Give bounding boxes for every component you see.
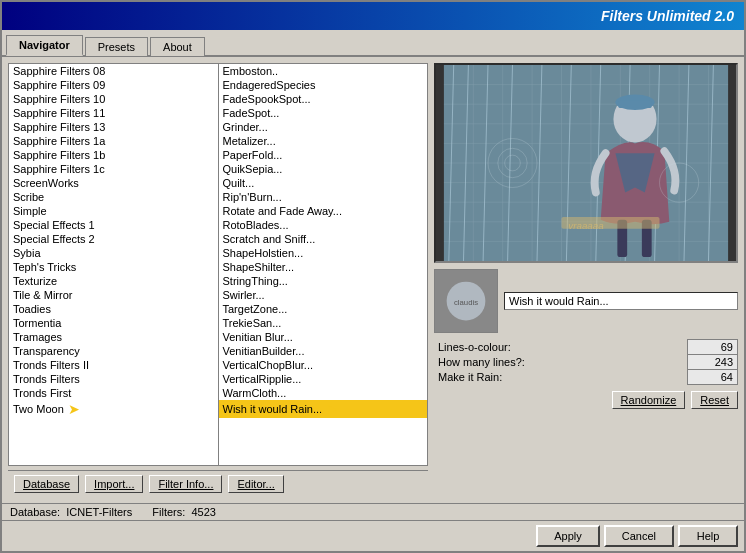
list-item[interactable]: Grinder... (219, 120, 428, 134)
help-button[interactable]: Help (678, 525, 738, 547)
database-value: ICNET-Filters (66, 506, 132, 518)
list-item[interactable]: WarmCloth... (219, 386, 428, 400)
dialog-buttons: Apply Cancel Help (2, 520, 744, 551)
list-item[interactable]: VerticalChopBlur... (219, 358, 428, 372)
list-item[interactable]: EndageredSpecies (219, 78, 428, 92)
category-list-container: Sapphire Filters 08 Sapphire Filters 09 … (9, 64, 219, 465)
filters-value: 4523 (191, 506, 215, 518)
tab-about[interactable]: About (150, 37, 205, 56)
list-item[interactable]: ShapeHolstien... (219, 246, 428, 260)
cancel-button[interactable]: Cancel (604, 525, 674, 547)
param-label: How many lines?: (434, 355, 688, 370)
preview-thumbnail: claudis (434, 269, 498, 333)
list-item[interactable]: Special Effects 1 (9, 218, 218, 232)
list-item[interactable]: Sapphire Filters 1a (9, 134, 218, 148)
param-value: 243 (688, 355, 738, 370)
randomize-button[interactable]: Randomize (612, 391, 686, 409)
filters-label: Filters: (152, 506, 185, 518)
param-row: Make it Rain: 64 (434, 370, 738, 385)
list-item[interactable]: FadeSpot... (219, 106, 428, 120)
preview-image: vraaaaa (434, 63, 738, 263)
title-bar: Filters Unlimited 2.0 (2, 2, 744, 30)
list-item[interactable]: Sapphire Filters 08 (9, 64, 218, 78)
list-item[interactable]: Rip'n'Burn... (219, 190, 428, 204)
apply-button[interactable]: Apply (536, 525, 600, 547)
lists-row: Sapphire Filters 08 Sapphire Filters 09 … (8, 63, 428, 466)
list-item[interactable]: Scribe (9, 190, 218, 204)
list-item[interactable]: Two Moon ➤ (9, 400, 218, 418)
right-panel: vraaaaa claudis Wish it would Rain... Li… (434, 63, 738, 497)
list-item[interactable]: Sapphire Filters 10 (9, 92, 218, 106)
list-item[interactable]: Texturize (9, 274, 218, 288)
main-content: Sapphire Filters 08 Sapphire Filters 09 … (2, 57, 744, 503)
title-text: Filters Unlimited 2.0 (601, 8, 734, 24)
list-item[interactable]: Sapphire Filters 11 (9, 106, 218, 120)
list-item[interactable]: Special Effects 2 (9, 232, 218, 246)
list-item[interactable]: Sybia (9, 246, 218, 260)
status-bar: Database: ICNET-Filters Filters: 4523 (2, 503, 744, 520)
database-status: Database: ICNET-Filters (10, 506, 132, 518)
list-item[interactable]: Quilt... (219, 176, 428, 190)
list-item[interactable]: Tormentia (9, 316, 218, 330)
list-item[interactable]: Rotate and Fade Away... (219, 204, 428, 218)
database-button[interactable]: Database (14, 475, 79, 493)
category-list[interactable]: Sapphire Filters 08 Sapphire Filters 09 … (9, 64, 218, 465)
param-row: Lines-o-colour: 69 (434, 340, 738, 355)
list-item[interactable]: Sapphire Filters 09 (9, 78, 218, 92)
list-item[interactable]: StringThing... (219, 274, 428, 288)
arrow-right-icon: ➤ (68, 401, 80, 417)
list-item[interactable]: ScreenWorks (9, 176, 218, 190)
param-value: 64 (688, 370, 738, 385)
list-item[interactable]: PaperFold... (219, 148, 428, 162)
list-item[interactable]: Swirler... (219, 288, 428, 302)
list-item[interactable]: Tronds First (9, 386, 218, 400)
bottom-toolbar: Database Import... Filter Info... Editor… (8, 470, 428, 497)
filters-status: Filters: 4523 (152, 506, 216, 518)
filter-list[interactable]: Emboston.. EndageredSpecies FadeSpookSpo… (219, 64, 428, 465)
param-label: Make it Rain: (434, 370, 688, 385)
list-item[interactable]: TargetZone... (219, 302, 428, 316)
tab-navigator[interactable]: Navigator (6, 35, 83, 56)
list-item[interactable]: Metalizer... (219, 134, 428, 148)
params-table: Lines-o-colour: 69 How many lines?: 243 … (434, 339, 738, 385)
editor-button[interactable]: Editor... (228, 475, 283, 493)
list-item[interactable]: Toadies (9, 302, 218, 316)
list-item[interactable]: RotoBlades... (219, 218, 428, 232)
reset-button[interactable]: Reset (691, 391, 738, 409)
list-item[interactable]: Transparency (9, 344, 218, 358)
list-item[interactable]: VerticalRipplie... (219, 372, 428, 386)
list-item[interactable]: Tronds Filters (9, 372, 218, 386)
list-item[interactable]: VenitianBuilder... (219, 344, 428, 358)
svg-text:claudis: claudis (454, 298, 478, 307)
filter-name-display: Wish it would Rain... (504, 292, 738, 310)
list-item[interactable]: Venitian Blur... (219, 330, 428, 344)
filter-list-container: Emboston.. EndageredSpecies FadeSpookSpo… (219, 64, 428, 465)
list-item[interactable]: Scratch and Sniff... (219, 232, 428, 246)
list-item[interactable]: Sapphire Filters 1c (9, 162, 218, 176)
svg-rect-32 (618, 100, 651, 108)
list-item[interactable]: TrekieSan... (219, 316, 428, 330)
list-item[interactable]: Emboston.. (219, 64, 428, 78)
list-item[interactable]: Teph's Tricks (9, 260, 218, 274)
list-item[interactable]: QuikSepia... (219, 162, 428, 176)
arrow-right-icon: ➤ (326, 401, 338, 417)
param-row: How many lines?: 243 (434, 355, 738, 370)
list-item[interactable]: Tramages (9, 330, 218, 344)
list-item[interactable]: Sapphire Filters 1b (9, 148, 218, 162)
list-item-selected[interactable]: Wish it would Rain... ➤ (219, 400, 428, 418)
randomize-reset-row: Randomize Reset (434, 391, 738, 409)
list-item[interactable]: Sapphire Filters 13 (9, 120, 218, 134)
tab-presets[interactable]: Presets (85, 37, 148, 56)
list-item[interactable]: Tile & Mirror (9, 288, 218, 302)
left-panel: Sapphire Filters 08 Sapphire Filters 09 … (8, 63, 428, 497)
tab-bar: Navigator Presets About (2, 30, 744, 57)
main-window: Filters Unlimited 2.0 Navigator Presets … (0, 0, 746, 553)
list-item[interactable]: Tronds Filters II (9, 358, 218, 372)
list-item[interactable]: Simple (9, 204, 218, 218)
list-item[interactable]: FadeSpookSpot... (219, 92, 428, 106)
filter-info-button[interactable]: Filter Info... (149, 475, 222, 493)
database-label: Database: (10, 506, 60, 518)
import-button[interactable]: Import... (85, 475, 143, 493)
list-item[interactable]: ShapeShilter... (219, 260, 428, 274)
svg-text:vraaaaa: vraaaaa (568, 220, 604, 231)
